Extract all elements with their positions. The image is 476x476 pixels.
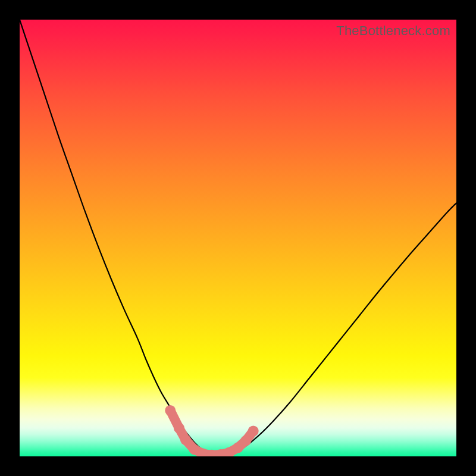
marker-dot [174,422,184,433]
curve-layer [20,20,456,456]
marker-dot [180,434,191,445]
chart-frame: TheBottleneck.com [0,0,476,476]
bottleneck-curve [20,20,456,455]
marker-dot [248,425,259,436]
marker-dot [165,405,176,416]
plot-area: TheBottleneck.com [20,20,456,456]
marker-dot [240,436,251,446]
bottom-cluster-markers [165,405,258,456]
